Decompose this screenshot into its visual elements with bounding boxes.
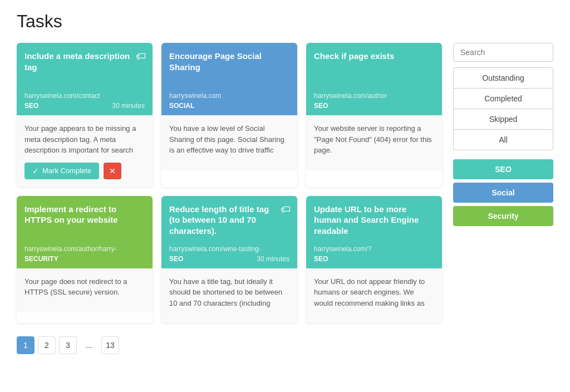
- card-body: Your page does not redirect to a HTTPS (…: [17, 268, 153, 312]
- card-time: 30 minutes: [112, 102, 145, 110]
- card-description: Your page appears to be missing a meta d…: [24, 123, 145, 156]
- dismiss-icon: ✕: [109, 166, 116, 175]
- card-meta: harryswinela.com/author SEO: [314, 92, 434, 110]
- card-url: harryswinela.com/?: [314, 245, 434, 253]
- card-title: Check if page exists: [314, 51, 434, 62]
- pagination: 123...13: [17, 336, 442, 354]
- card-title: Reduce length of title tag (to between 1…: [169, 204, 289, 237]
- card-header: Include a meta description tag 🏷 harrysw…: [17, 43, 153, 115]
- task-card: Update URL to be more human and Search E…: [306, 196, 442, 324]
- card-description: You have a low level of Social Sharing o…: [169, 123, 289, 156]
- card-footer-row: SECURITY: [24, 255, 145, 263]
- card-footer-row: SEO 30 minutes: [24, 102, 145, 110]
- pagination-ellipsis: ...: [80, 336, 98, 354]
- card-url: harryswinela.com/contact: [24, 92, 145, 100]
- pagination-page-2[interactable]: 2: [38, 336, 56, 354]
- card-header: Reduce length of title tag (to between 1…: [161, 196, 297, 268]
- card-body: You have a title tag, but ideally it sho…: [161, 268, 297, 324]
- card-category: SECURITY: [24, 255, 58, 263]
- filter-group: OutstandingCompletedSkippedAll: [453, 67, 553, 150]
- pagination-page-1[interactable]: 1: [17, 336, 35, 354]
- card-category: SEO: [169, 255, 183, 263]
- filter-btn-all[interactable]: All: [453, 129, 553, 150]
- card-footer-row: SEO 30 minutes: [169, 255, 289, 263]
- category-btn-seo[interactable]: SEO: [453, 159, 553, 179]
- card-header: Encourage Page Social Sharing harryswine…: [161, 43, 297, 115]
- dismiss-button[interactable]: ✕: [104, 163, 121, 179]
- filter-btn-outstanding[interactable]: Outstanding: [453, 67, 553, 89]
- card-category: SEO: [24, 102, 38, 110]
- card-title: Encourage Page Social Sharing: [169, 51, 289, 72]
- card-title: Include a meta description tag: [24, 51, 145, 72]
- task-card: Reduce length of title tag (to between 1…: [161, 196, 297, 324]
- mark-complete-button[interactable]: ✓ Mark Complete: [24, 163, 99, 179]
- page-title: Tasks: [17, 11, 553, 32]
- card-time: 30 minutes: [257, 255, 289, 263]
- main-content: Include a meta description tag 🏷 harrysw…: [17, 43, 442, 354]
- card-description: Your page does not redirect to a HTTPS (…: [24, 276, 145, 298]
- pagination-page-13[interactable]: 13: [101, 336, 119, 354]
- card-actions: ✓ Mark Complete ✕: [24, 163, 145, 179]
- mark-complete-label: Mark Complete: [42, 166, 91, 175]
- card-body: Your page appears to be missing a meta d…: [17, 115, 153, 187]
- card-url: harryswinela.com/wine-tasting-: [169, 245, 289, 253]
- sidebar: OutstandingCompletedSkippedAll SEOSocial…: [453, 43, 553, 354]
- card-url: harryswinela.com/author/harry-: [24, 245, 145, 253]
- card-url: harryswinela.com: [169, 92, 289, 100]
- card-body: You have a low level of Social Sharing o…: [161, 115, 297, 170]
- pagination-page-3[interactable]: 3: [59, 336, 77, 354]
- card-footer-row: SEO: [314, 102, 434, 110]
- card-description: Your website server is reporting a "Page…: [314, 123, 434, 156]
- tag-icon: 🏷: [136, 51, 146, 62]
- card-footer-row: SOCIAL: [169, 102, 289, 110]
- card-body: Your website server is reporting a "Page…: [306, 115, 442, 170]
- filter-btn-completed[interactable]: Completed: [453, 88, 553, 109]
- card-header: Update URL to be more human and Search E…: [306, 196, 442, 268]
- task-grid: Include a meta description tag 🏷 harrysw…: [17, 43, 442, 323]
- category-group: SEOSocialSecurity: [453, 159, 553, 226]
- card-footer-row: SEO: [314, 255, 434, 263]
- card-description: Your URL do not appear friendly to human…: [314, 276, 434, 309]
- card-meta: harryswinela.com/wine-tasting- SEO 30 mi…: [169, 245, 289, 263]
- filter-btn-skipped[interactable]: Skipped: [453, 109, 553, 130]
- task-card: Implement a redirect to HTTPS on your we…: [17, 196, 153, 324]
- search-input[interactable]: [453, 43, 553, 62]
- card-category: SEO: [314, 102, 328, 110]
- card-meta: harryswinela.com/? SEO: [314, 245, 434, 263]
- tag-icon: 🏷: [281, 204, 291, 215]
- card-header: Check if page exists harryswinela.com/au…: [306, 43, 442, 115]
- card-body: Your URL do not appear friendly to human…: [306, 268, 442, 324]
- card-title: Update URL to be more human and Search E…: [314, 204, 434, 237]
- card-category: SEO: [314, 255, 328, 263]
- card-title: Implement a redirect to HTTPS on your we…: [24, 204, 145, 226]
- check-icon: ✓: [32, 166, 39, 175]
- card-meta: harryswinela.com/author/harry- SECURITY: [24, 245, 145, 263]
- category-btn-security[interactable]: Security: [453, 206, 553, 226]
- task-card: Encourage Page Social Sharing harryswine…: [161, 43, 297, 187]
- task-card: Include a meta description tag 🏷 harrysw…: [17, 43, 153, 187]
- card-category: SOCIAL: [169, 102, 194, 110]
- category-btn-social[interactable]: Social: [453, 183, 553, 203]
- card-meta: harryswinela.com SOCIAL: [169, 92, 289, 110]
- task-card: Check if page exists harryswinela.com/au…: [306, 43, 442, 187]
- card-meta: harryswinela.com/contact SEO 30 minutes: [24, 92, 145, 110]
- card-header: Implement a redirect to HTTPS on your we…: [17, 196, 153, 268]
- card-description: You have a title tag, but ideally it sho…: [169, 276, 289, 309]
- card-url: harryswinela.com/author: [314, 92, 434, 100]
